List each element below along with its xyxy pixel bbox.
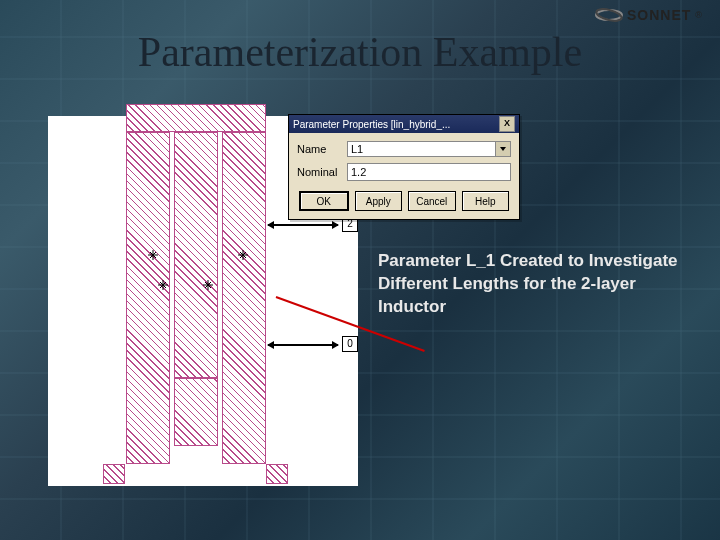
page-title: Parameterization Example [0, 28, 720, 76]
close-button[interactable]: X [499, 116, 515, 132]
anchor-icon [238, 246, 248, 256]
registered-icon: ® [695, 10, 702, 20]
logo-swoosh-icon [595, 6, 623, 24]
port-marker-0: 0 [342, 336, 358, 352]
anchor-icon [203, 276, 213, 286]
metal-left-trace [126, 132, 170, 464]
metal-mid-lower [174, 378, 218, 446]
nominal-label: Nominal [297, 166, 347, 178]
name-input[interactable] [347, 141, 511, 157]
dimension-arrow-top-rev [268, 224, 338, 226]
metal-right-trace [222, 132, 266, 464]
metal-stub-right [266, 464, 288, 484]
anchor-icon [158, 276, 168, 286]
name-combo[interactable] [347, 141, 511, 157]
caption-text: Parameter L_1 Created to Investigate Dif… [378, 250, 678, 319]
dimension-arrow-bottom-rev [268, 344, 338, 346]
nominal-input[interactable] [347, 163, 511, 181]
name-label: Name [297, 143, 347, 155]
ok-button[interactable]: OK [299, 191, 349, 211]
help-button[interactable]: Help [462, 191, 510, 211]
metal-top-join [126, 104, 266, 132]
dialog-titlebar[interactable]: Parameter Properties [lin_hybrid_... X [289, 115, 519, 133]
logo-text: SONNET [627, 7, 691, 23]
logo: SONNET ® [595, 6, 702, 24]
chevron-down-icon[interactable] [495, 142, 510, 156]
metal-stub-left [103, 464, 125, 484]
dialog-title-text: Parameter Properties [lin_hybrid_... [293, 119, 450, 130]
apply-button[interactable]: Apply [355, 191, 403, 211]
parameter-properties-dialog: Parameter Properties [lin_hybrid_... X N… [288, 114, 520, 220]
svg-point-1 [595, 7, 623, 23]
metal-mid-trace [174, 132, 218, 378]
svg-point-0 [596, 10, 622, 20]
cancel-button[interactable]: Cancel [408, 191, 456, 211]
anchor-icon [148, 246, 158, 256]
